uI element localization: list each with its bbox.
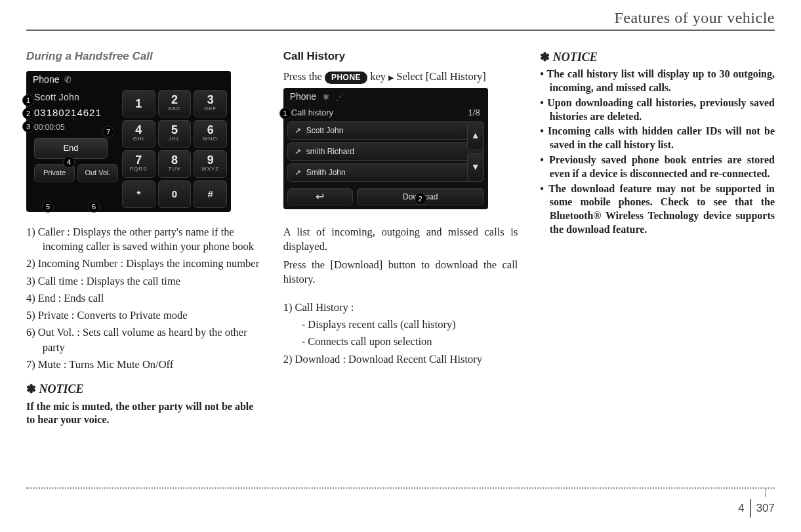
key-6[interactable]: 6MNO [194, 120, 227, 148]
section-title-handsfree: During a Handsfree Call [26, 49, 261, 64]
footer-vertical-dots [765, 489, 766, 497]
key-5[interactable]: 5JKL [158, 120, 192, 148]
back-button[interactable]: ↩ [287, 188, 353, 205]
legend-item-1: 1) Caller : Displays the other party's n… [26, 225, 261, 255]
scroll-down-button[interactable]: ▼ [467, 153, 484, 182]
burst-icon: ✽ [540, 51, 550, 64]
callout-6: 6 [88, 201, 100, 213]
notice-bullet-2: • Upon downloading call histories, previ… [540, 96, 775, 124]
press-mid: key [367, 70, 388, 83]
call-history-body-1: A list of incoming, outgoing and missed … [283, 225, 518, 255]
ch-row-1[interactable]: ↗ Scott John [287, 121, 484, 140]
notice-bullet-3: • Incoming calls with hidden caller IDs … [540, 125, 775, 152]
ch-row-3[interactable]: ↗ Smith John [287, 163, 484, 182]
callout-2: 2 [22, 108, 34, 119]
signal-icon: ⋰ [336, 92, 344, 102]
call-history-screenshot: Phone ✱ ⋰ Call history 1/8 ↗ Scott John … [283, 88, 488, 209]
chapter-number: 4 [738, 502, 744, 515]
end-button-label: End [63, 143, 78, 153]
ch-callout-2: 2 [415, 193, 426, 205]
ch-header: Phone ✱ ⋰ [283, 88, 488, 106]
legend-item-5: 5) Private : Converts to Private mode [26, 308, 261, 323]
press-pre: Press the [283, 70, 325, 83]
callout-4: 4 [63, 156, 75, 168]
notice-title-col1: NOTICE [39, 382, 84, 396]
end-button[interactable]: End [34, 138, 108, 159]
ch-subhead-label: Call history [291, 107, 333, 119]
column-3: ✽ NOTICE • The call history list will di… [540, 49, 775, 241]
footer-rule [26, 487, 775, 489]
incoming-number: 03180214621 [34, 106, 118, 119]
bluetooth-icon: ✱ [323, 92, 329, 102]
phone-body: Scott John 03180214621 00:00:05 End Priv… [26, 87, 231, 212]
call-info-panel: Scott John 03180214621 00:00:05 End Priv… [26, 87, 121, 212]
ch-legend-1a: - Displays recent calls (call history) [283, 317, 518, 332]
private-button-label: Private [43, 169, 66, 176]
callout-5: 5 [42, 201, 54, 213]
press-post: Select [Call History] [394, 70, 486, 83]
manual-page: Features of your vehicle During a Handsf… [0, 0, 801, 532]
content-columns: During a Handsfree Call Phone ✆ Scott Jo… [26, 49, 775, 427]
callout-7: 7 [102, 126, 114, 138]
key-7[interactable]: 7PQRS [122, 150, 155, 178]
legend-item-3: 3) Call time : Displays the call time [26, 274, 261, 289]
ch-scroll-arrows: ▲ ▼ [467, 121, 484, 182]
ch-legend-1b: - Connects call upon selection [283, 335, 518, 349]
callout-1: 1 [22, 94, 34, 106]
key-9[interactable]: 9WXYZ [194, 150, 227, 178]
key-0[interactable]: 0 [158, 180, 192, 208]
legend-item-2: 2) Incoming Number : Displays the incomi… [26, 256, 261, 271]
notice-bullets-col3: • The call history list will display up … [540, 68, 775, 237]
phone-header: Phone ✆ [26, 71, 231, 87]
ch-callout-1: 1 [279, 108, 291, 119]
section-title-call-history: Call History [283, 49, 518, 64]
dial-keypad: 1 2ABC 3DEF 4GHI 5JKL 6MNO 7PQRS 8TUV 9W… [121, 87, 231, 212]
notice-title-col3: NOTICE [553, 51, 598, 64]
notice-bullet-5: • The download feature may not be suppor… [540, 182, 775, 237]
column-2: Call History Press the PHONE key ▶ Selec… [283, 49, 518, 371]
legend-item-6: 6) Out Vol. : Sets call volume as heard … [26, 325, 261, 355]
key-8[interactable]: 8TUV [158, 150, 192, 178]
ch-row-1-name: Scott John [306, 125, 344, 136]
notice-heading-col1: ✽ NOTICE [26, 381, 261, 397]
ch-row-2[interactable]: ↗ smith Richard [287, 142, 484, 161]
footer-separator [750, 499, 751, 518]
page-number: 307 [756, 502, 775, 515]
header-rule [26, 30, 775, 31]
outgoing-call-icon: ↗ [295, 125, 301, 136]
chapter-title: Features of your vehicle [26, 9, 775, 27]
ch-row-2-name: smith Richard [306, 146, 354, 157]
ch-list: ↗ Scott John ↗ smith Richard ↗ Smith Joh… [283, 121, 488, 187]
scroll-up-button[interactable]: ▲ [467, 121, 484, 150]
notice-bullet-4: • Previously saved phone book entries ar… [540, 153, 775, 181]
caller-name: Scott John [34, 91, 118, 104]
right-triangle-icon: ▶ [388, 73, 394, 83]
legend-item-4: 4) End : Ends call [26, 291, 261, 306]
phone-key-chip: PHONE [325, 72, 367, 84]
ch-footer: ↩ Download [283, 187, 488, 209]
phone-header-label: Phone [33, 73, 59, 86]
key-4[interactable]: 4GHI [122, 120, 155, 148]
call-buttons-row: Private Out Vol. [34, 164, 118, 182]
key-2[interactable]: 2ABC [158, 90, 192, 117]
key-3[interactable]: 3DEF [194, 90, 227, 117]
ch-row-3-name: Smith John [306, 167, 346, 178]
key-hash[interactable]: # [194, 180, 227, 208]
column-1: During a Handsfree Call Phone ✆ Scott Jo… [26, 49, 261, 427]
page-header: Features of your vehicle [26, 9, 775, 27]
press-phone-instruction: Press the PHONE key ▶ Select [Call Histo… [283, 70, 518, 84]
key-asterisk[interactable]: * [122, 180, 155, 208]
notice-heading-col3: ✽ NOTICE [540, 49, 775, 65]
handsfree-call-screenshot: Phone ✆ Scott John 03180214621 00:00:05 … [26, 71, 231, 212]
call-history-legend-list: 1) Call History : - Displays recent call… [283, 300, 518, 367]
key-1[interactable]: 1 [122, 90, 155, 117]
ch-page-indicator: 1/8 [468, 107, 480, 119]
spacer [283, 291, 518, 300]
back-icon: ↩ [316, 190, 324, 204]
callout-3: 3 [22, 121, 34, 133]
outgoing-call-icon: ↗ [295, 146, 301, 157]
notice-body-col1: If the mic is muted, the other party wil… [26, 400, 261, 428]
out-vol-button[interactable]: Out Vol. [77, 164, 118, 182]
ch-header-label: Phone [290, 91, 316, 103]
outgoing-call-icon: ↗ [295, 167, 301, 178]
